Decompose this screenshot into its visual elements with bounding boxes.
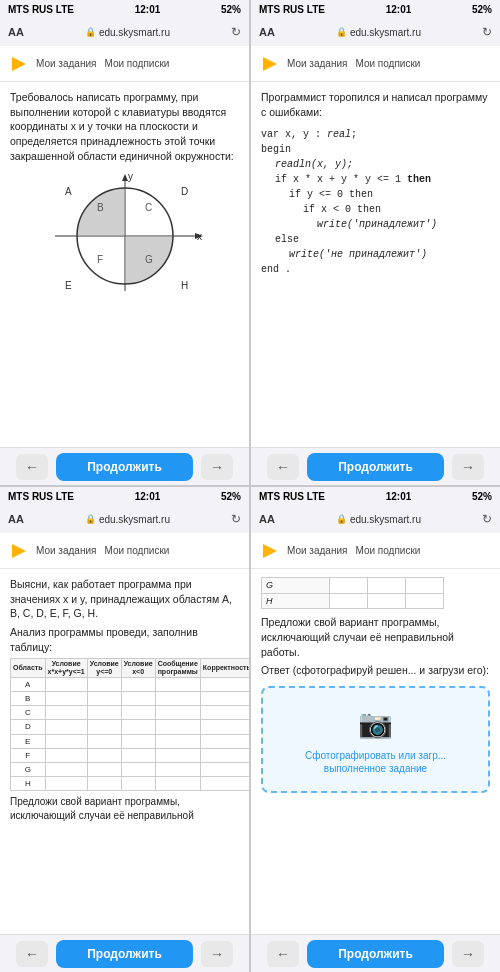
- answer-prompt: Ответ (сфотографируй решен... и загрузи …: [261, 663, 490, 678]
- forward-button-4[interactable]: →: [452, 941, 484, 967]
- cell-H-3: [121, 777, 155, 791]
- svg-text:E: E: [65, 280, 72, 291]
- cell-A-4: [155, 677, 200, 691]
- table-row: A: [11, 677, 250, 691]
- intro-text-3: Выясни, как работает программа при значе…: [10, 577, 239, 621]
- nav-links-3: Мои задания Мои подписки: [36, 545, 169, 556]
- battery-4: 52%: [472, 491, 492, 502]
- continue-button-1[interactable]: Продолжить: [56, 453, 193, 481]
- cell-E-4: [155, 734, 200, 748]
- code-line-8: write('не принадлежит'): [289, 247, 490, 262]
- cell-B-2: [87, 692, 121, 706]
- circle-diagram: x y A B C D F G: [10, 171, 239, 301]
- time-4: 12:01: [386, 491, 412, 502]
- cell-E-2: [87, 734, 121, 748]
- row-g-c3: [406, 578, 444, 594]
- cell-G-2: [87, 762, 121, 776]
- cell-D-0: D: [11, 720, 46, 734]
- code-block: var x, y : real; begin readln(x, y); if …: [261, 127, 490, 277]
- time-2: 12:01: [386, 4, 412, 15]
- refresh-icon-3[interactable]: ↻: [231, 512, 241, 526]
- table-row: G: [11, 762, 250, 776]
- svg-text:D: D: [181, 186, 188, 197]
- my-subscriptions-link-3[interactable]: Мои подписки: [104, 545, 169, 556]
- back-button-4[interactable]: ←: [267, 941, 299, 967]
- my-tasks-link-4[interactable]: Мои задания: [287, 545, 347, 556]
- url-text-3: edu.skysmart.ru: [99, 514, 170, 525]
- browser-bar-4: AA 🔒 edu.skysmart.ru ↻: [251, 505, 500, 533]
- status-bar-1: MTS RUS LTE 12:01 52%: [0, 0, 249, 18]
- content-3: Выясни, как работает программа при значе…: [0, 569, 249, 934]
- row-h-c1: [329, 593, 367, 609]
- url-bar-3[interactable]: 🔒 edu.skysmart.ru: [24, 514, 231, 525]
- code-line-0: var x, y : real;: [261, 127, 490, 142]
- bottom-nav-3: ← Продолжить →: [0, 934, 249, 972]
- cell-D-3: [121, 720, 155, 734]
- cell-G-1: [45, 762, 87, 776]
- cell-H-1: [45, 777, 87, 791]
- cell-C-4: [155, 706, 200, 720]
- continue-button-2[interactable]: Продолжить: [307, 453, 444, 481]
- analysis-text: Анализ программы проведи, заполнив табли…: [10, 625, 239, 654]
- back-button-2[interactable]: ←: [267, 454, 299, 480]
- photo-upload-box[interactable]: 📷 Сфотографировать или загр... выполненн…: [261, 686, 490, 793]
- my-tasks-link-2[interactable]: Мои задания: [287, 58, 347, 69]
- my-subscriptions-link-2[interactable]: Мои подписки: [355, 58, 420, 69]
- carrier-3: MTS RUS LTE: [8, 491, 74, 502]
- aa-text-1: AA: [8, 26, 24, 38]
- content-4: G H Предложи свой вариант программы, иск…: [251, 569, 500, 934]
- time-3: 12:01: [135, 491, 161, 502]
- bottom-nav-4: ← Продолжить →: [251, 934, 500, 972]
- my-subscriptions-link-4[interactable]: Мои подписки: [355, 545, 420, 556]
- cell-B-1: [45, 692, 87, 706]
- problem-text-1: Требовалось написать программу, при выпо…: [10, 90, 239, 163]
- col-header-area: Область: [11, 659, 46, 677]
- cell-H-5: [200, 777, 249, 791]
- continue-button-4[interactable]: Продолжить: [307, 940, 444, 968]
- main-text-4: Предложи свой вариант программы, исключа…: [261, 615, 490, 659]
- footer-text-3: Предложи свой вариант программы, исключа…: [10, 795, 239, 823]
- row-g-c1: [329, 578, 367, 594]
- my-tasks-link-1[interactable]: Мои задания: [36, 58, 96, 69]
- code-line-7: else: [275, 232, 490, 247]
- url-bar-1[interactable]: 🔒 edu.skysmart.ru: [24, 27, 231, 38]
- cell-G-4: [155, 762, 200, 776]
- geometry-svg: x y A B C D F G: [45, 171, 205, 301]
- lock-icon-4: 🔒: [336, 514, 347, 524]
- cell-G-3: [121, 762, 155, 776]
- back-button-1[interactable]: ←: [16, 454, 48, 480]
- cell-F-0: F: [11, 748, 46, 762]
- back-button-3[interactable]: ←: [16, 941, 48, 967]
- cell-E-0: E: [11, 734, 46, 748]
- svg-text:B: B: [97, 202, 104, 213]
- nav-links-2: Мои задания Мои подписки: [287, 58, 420, 69]
- svg-marker-20: [12, 544, 26, 558]
- browser-bar-3: AA 🔒 edu.skysmart.ru ↻: [0, 505, 249, 533]
- status-bar-2: MTS RUS LTE 12:01 52%: [251, 0, 500, 18]
- cell-H-4: [155, 777, 200, 791]
- code-line-9: end .: [261, 262, 490, 277]
- cell-B-0: B: [11, 692, 46, 706]
- cell-B-5: [200, 692, 249, 706]
- cell-A-2: [87, 677, 121, 691]
- col-header-correct: Корректность: [200, 659, 249, 677]
- time-1: 12:01: [135, 4, 161, 15]
- cell-F-2: [87, 748, 121, 762]
- nav-bar-3: Мои задания Мои подписки: [0, 533, 249, 569]
- forward-button-3[interactable]: →: [201, 941, 233, 967]
- continue-button-3[interactable]: Продолжить: [56, 940, 193, 968]
- cell-C-5: [200, 706, 249, 720]
- my-tasks-link-3[interactable]: Мои задания: [36, 545, 96, 556]
- browser-bar-2: AA 🔒 edu.skysmart.ru ↻: [251, 18, 500, 46]
- my-subscriptions-link-1[interactable]: Мои подписки: [104, 58, 169, 69]
- nav-bar-4: Мои задания Мои подписки: [251, 533, 500, 569]
- url-bar-4[interactable]: 🔒 edu.skysmart.ru: [275, 514, 482, 525]
- code-line-5: if x < 0 then: [303, 202, 490, 217]
- forward-button-1[interactable]: →: [201, 454, 233, 480]
- refresh-icon-4[interactable]: ↻: [482, 512, 492, 526]
- url-bar-2[interactable]: 🔒 edu.skysmart.ru: [275, 27, 482, 38]
- forward-button-2[interactable]: →: [452, 454, 484, 480]
- refresh-icon-1[interactable]: ↻: [231, 25, 241, 39]
- refresh-icon-2[interactable]: ↻: [482, 25, 492, 39]
- svg-marker-21: [263, 544, 277, 558]
